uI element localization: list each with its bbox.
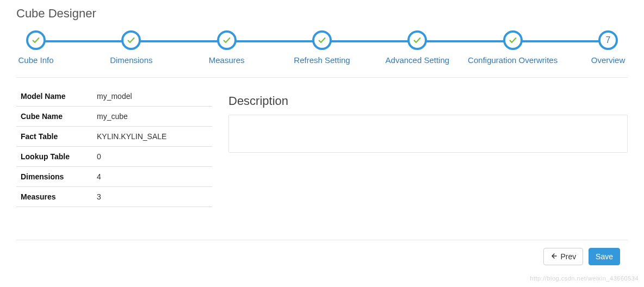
table-value: my_cube	[92, 107, 212, 127]
step-label: Measures	[178, 55, 276, 65]
table-value: 3	[92, 187, 212, 207]
watermark: http://blog.csdn.net/weixin_43660534	[530, 275, 639, 282]
save-button[interactable]: Save	[589, 248, 620, 265]
table-value: 0	[92, 147, 212, 167]
check-icon	[121, 30, 141, 50]
divider	[16, 77, 628, 78]
step-number: 7	[598, 30, 618, 50]
check-icon	[407, 30, 427, 50]
check-icon	[26, 30, 46, 50]
step-label: Overview	[559, 55, 644, 65]
table-value: my_model	[92, 86, 212, 107]
footer-divider	[16, 240, 628, 240]
prev-button[interactable]: Prev	[543, 248, 583, 265]
cube-summary-table: Model Namemy_modelCube Namemy_cubeFact T…	[16, 86, 212, 207]
table-key: Cube Name	[16, 107, 92, 127]
table-key: Lookup Table	[16, 147, 92, 167]
table-key: Measures	[16, 187, 92, 207]
arrow-left-icon	[550, 252, 557, 261]
table-key: Fact Table	[16, 127, 92, 147]
step-7[interactable]: 7Overview	[559, 30, 644, 65]
table-value: KYLIN.KYLIN_SALE	[92, 127, 212, 147]
description-box	[228, 115, 628, 153]
step-label: Configuration Overwrites	[464, 55, 562, 65]
stepper: Cube InfoDimensionsMeasuresRefresh Setti…	[36, 30, 608, 63]
table-row: Dimensions4	[16, 167, 212, 187]
table-row: Fact TableKYLIN.KYLIN_SALE	[16, 127, 212, 147]
step-label: Refresh Setting	[273, 55, 371, 65]
step-label: Dimensions	[82, 55, 180, 65]
table-row: Cube Namemy_cube	[16, 107, 212, 127]
table-value: 4	[92, 167, 212, 187]
step-4[interactable]: Refresh Setting	[273, 30, 371, 65]
check-icon	[503, 30, 523, 50]
step-6[interactable]: Configuration Overwrites	[464, 30, 562, 65]
step-2[interactable]: Dimensions	[82, 30, 180, 65]
table-row: Lookup Table0	[16, 147, 212, 167]
prev-button-label: Prev	[560, 252, 576, 261]
check-icon	[312, 30, 332, 50]
save-button-label: Save	[596, 252, 613, 261]
step-label: Advanced Setting	[368, 55, 466, 65]
table-key: Dimensions	[16, 167, 92, 187]
check-icon	[217, 30, 237, 50]
table-key: Model Name	[16, 86, 92, 107]
step-3[interactable]: Measures	[178, 30, 276, 65]
step-1[interactable]: Cube Info	[0, 30, 85, 65]
page-title: Cube Designer	[16, 7, 628, 21]
step-5[interactable]: Advanced Setting	[368, 30, 466, 65]
table-row: Model Namemy_model	[16, 86, 212, 107]
description-heading: Description	[228, 94, 628, 108]
step-label: Cube Info	[0, 55, 85, 65]
table-row: Measures3	[16, 187, 212, 207]
